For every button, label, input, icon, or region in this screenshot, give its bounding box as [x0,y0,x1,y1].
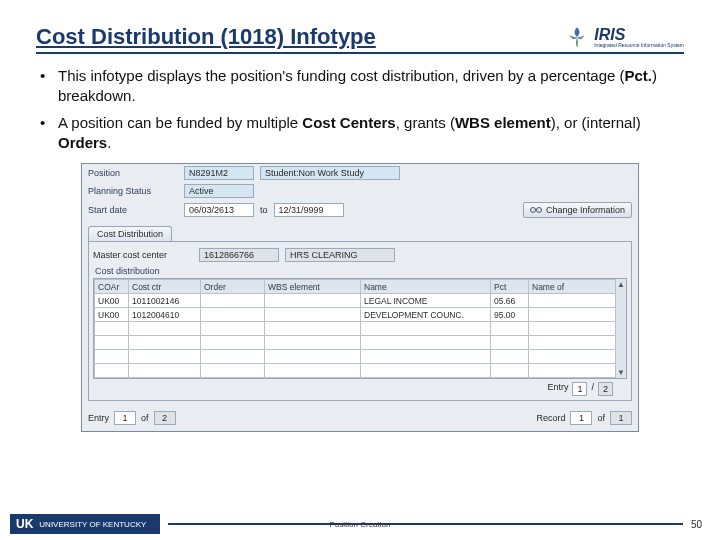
cost-table-wrap: COAr Cost ctr Order WBS element Name Pct… [93,278,627,379]
master-cc-label: Master cost center [93,250,193,260]
position-text-field: Student:Non Work Study [260,166,400,180]
entry-cur-field[interactable]: 1 [114,411,136,425]
footer-center-text: Position Creation [330,520,391,529]
master-cc-name-field: HRS CLEARING [285,248,395,262]
master-cc-code-field: 1612866766 [199,248,279,262]
start-date-field[interactable]: 06/03/2613 [184,203,254,217]
tab-body: Master cost center 1612866766 HRS CLEARI… [88,241,632,401]
iris-text: IRIS [594,27,684,43]
bullet-list: This infotype displays the position's fu… [36,66,684,153]
to-label: to [260,205,268,215]
col-cost-ctr[interactable]: Cost ctr [129,280,201,294]
record-cur-field[interactable]: 1 [570,411,592,425]
position-label: Position [88,168,178,178]
entry-label: Entry [88,413,109,423]
record-of-label: of [597,413,605,423]
panel-footer: Entry 1 of 2 Record 1 of 1 [82,407,638,431]
table-row[interactable] [95,322,626,336]
col-coar[interactable]: COAr [95,280,129,294]
col-order[interactable]: Order [201,280,265,294]
entry-tot-field: 2 [154,411,176,425]
footer-separator [168,523,683,525]
bullet-2: A position can be funded by multiple Cos… [40,113,684,154]
start-date-label: Start date [88,205,178,215]
slide-footer: UK UNIVERSITY OF KENTUCKY Position Creat… [0,514,720,534]
entry-top-row: Entry 1 / 2 [93,379,627,396]
table-row[interactable] [95,336,626,350]
glasses-icon [530,206,542,214]
cost-table: COAr Cost ctr Order WBS element Name Pct… [94,279,626,378]
entry-of-label: of [141,413,149,423]
planning-status-field: Active [184,184,254,198]
entry-top-tot: 2 [598,382,613,396]
uk-logo: UK UNIVERSITY OF KENTUCKY [10,514,160,534]
entry-top-cur[interactable]: 1 [572,382,587,396]
scroll-down-icon[interactable]: ▼ [617,368,625,377]
bullet-1: This infotype displays the position's fu… [40,66,684,107]
group-label: Cost distribution [93,264,627,278]
iris-logo: IRIS Integrated Resource Information Sys… [564,24,684,50]
iris-flower-icon [564,24,590,50]
col-name[interactable]: Name [361,280,491,294]
table-row[interactable] [95,364,626,378]
col-name-of[interactable]: Name of [529,280,626,294]
position-code-field[interactable]: N8291M2 [184,166,254,180]
uk-mark: UK [16,517,33,531]
table-row[interactable]: UK00 1012004610 DEVELOPMENT COUNC. 95.00 [95,308,626,322]
col-pct[interactable]: Pct [491,280,529,294]
table-row[interactable] [95,350,626,364]
uk-university-text: UNIVERSITY OF KENTUCKY [39,520,146,529]
sap-panel: Position N8291M2 Student:Non Work Study … [81,163,639,432]
tab-cost-distribution[interactable]: Cost Distribution [88,226,172,241]
change-info-button[interactable]: Change Information [523,202,632,218]
slide-title: Cost Distribution (1018) Infotype [36,24,376,50]
planning-status-label: Planning Status [88,186,178,196]
end-date-field[interactable]: 12/31/9999 [274,203,344,217]
col-wbs[interactable]: WBS element [265,280,361,294]
record-tot-field: 1 [610,411,632,425]
title-row: Cost Distribution (1018) Infotype IRIS I… [36,24,684,54]
table-scrollbar[interactable]: ▲ ▼ [615,279,626,378]
page-number: 50 [691,519,702,530]
iris-subtext: Integrated Resource Information System [594,43,684,48]
record-label: Record [536,413,565,423]
table-row[interactable]: UK00 1011002146 LEGAL INCOME 05.66 [95,294,626,308]
table-header-row: COAr Cost ctr Order WBS element Name Pct… [95,280,626,294]
scroll-up-icon[interactable]: ▲ [617,280,625,289]
